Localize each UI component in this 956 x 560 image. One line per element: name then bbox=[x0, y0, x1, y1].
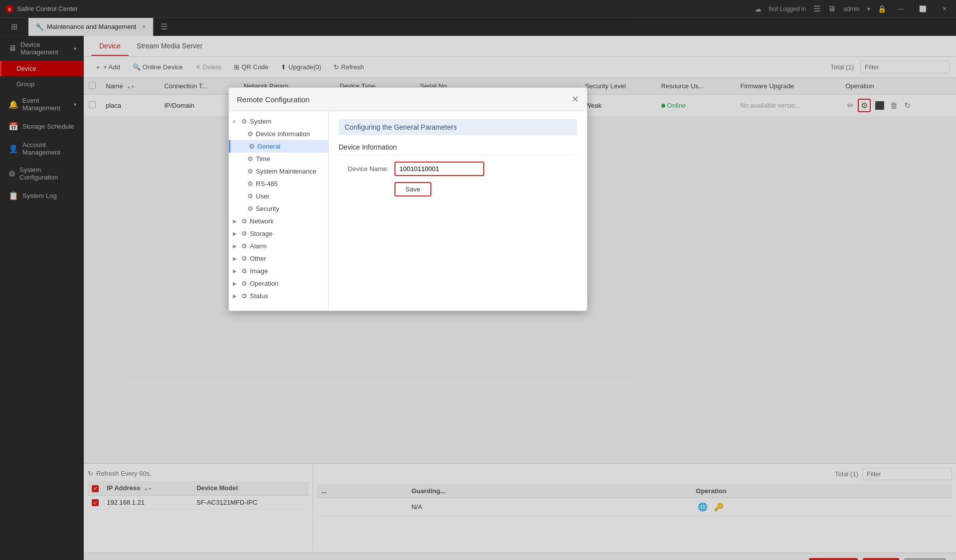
sidebar-label-group: Group bbox=[16, 80, 34, 88]
refresh-info: ↻ Refresh Every 60s. bbox=[88, 468, 309, 481]
event-management-icon: 🔔 bbox=[8, 100, 18, 109]
filter-input[interactable] bbox=[860, 61, 950, 73]
time-icon: ⚙ bbox=[247, 155, 253, 163]
delete-icon: ✕ bbox=[195, 63, 201, 71]
sidebar-toggle-icon[interactable]: ☰ bbox=[159, 20, 170, 33]
btcol-ip[interactable]: IP Address ▲▼ bbox=[103, 481, 192, 495]
sidebar-item-system-configuration[interactable]: ⚙ System Configuration bbox=[0, 161, 83, 186]
qr-label: QR Code bbox=[241, 63, 268, 71]
sidebar-item-system-log[interactable]: 📋 System Log bbox=[0, 186, 83, 205]
tree-alarm[interactable]: ▶ ⚙ Alarm bbox=[229, 240, 328, 252]
upgrade-button[interactable]: ⬆ Upgrade(0) bbox=[276, 61, 326, 73]
lock-icon[interactable]: 🔒 bbox=[878, 5, 886, 13]
qr-code-button[interactable]: ⊞ QR Code bbox=[229, 61, 273, 73]
maximize-btn[interactable]: ⬜ bbox=[915, 4, 931, 13]
tree-general[interactable]: ⚙ General bbox=[229, 140, 328, 153]
tree-security[interactable]: ⚙ Security bbox=[229, 202, 328, 215]
add-label: + Add bbox=[103, 63, 120, 71]
tab-close-icon[interactable]: ✕ bbox=[142, 23, 146, 30]
col-firmware[interactable]: Firmware Upgrade bbox=[735, 78, 840, 95]
window-close-btn[interactable]: ✕ bbox=[938, 4, 951, 13]
image-expand-icon: ▶ bbox=[233, 268, 239, 274]
col-resource[interactable]: Resource Us... bbox=[656, 78, 736, 95]
save-button[interactable]: Save bbox=[394, 182, 431, 196]
minimize-btn[interactable]: — bbox=[894, 4, 908, 13]
tree-device-information[interactable]: ⚙ Device Information bbox=[229, 128, 328, 140]
header-checkbox[interactable] bbox=[89, 82, 96, 89]
tree-general-label: General bbox=[257, 143, 280, 150]
sync-icon-btn[interactable]: ↻ bbox=[902, 100, 913, 111]
col-name[interactable]: Name ▲▼ bbox=[101, 78, 159, 95]
system-log-icon: 📋 bbox=[8, 191, 18, 200]
footer-add-button[interactable]: Add bbox=[863, 558, 899, 560]
bt-header-checkbox[interactable]: ✓ bbox=[92, 485, 99, 492]
general-icon: ⚙ bbox=[249, 143, 255, 150]
tree-storage[interactable]: ▶ ⚙ Storage bbox=[229, 227, 328, 240]
user-label[interactable]: admin bbox=[843, 5, 860, 12]
tree-network-label: Network bbox=[250, 217, 274, 225]
col-connection[interactable]: Connection T... bbox=[159, 78, 239, 95]
bottom-left-panel: ↻ Refresh Every 60s. ✓ IP Address ▲▼ Dev… bbox=[84, 464, 313, 553]
delete-icon-btn[interactable]: 🗑 bbox=[888, 100, 900, 111]
tree-network[interactable]: ▶ ⚙ Network bbox=[229, 215, 328, 227]
tree-time[interactable]: ⚙ Time bbox=[229, 153, 328, 165]
tree-time-label: Time bbox=[256, 155, 270, 163]
tab-stream-media-server[interactable]: Stream Media Server bbox=[129, 37, 210, 56]
tree-rs485[interactable]: ⚙ RS-485 bbox=[229, 178, 328, 190]
total-count: Total (1) bbox=[830, 63, 854, 71]
br-filter-input[interactable] bbox=[862, 468, 952, 480]
sidebar-item-group[interactable]: Group bbox=[0, 76, 83, 92]
col-operation: Operation bbox=[840, 78, 956, 95]
tree-system[interactable]: ▾ ⚙ System bbox=[229, 115, 328, 128]
app-logo-icon: S bbox=[5, 4, 14, 13]
footer-close-button[interactable]: Close bbox=[904, 558, 946, 560]
tree-device-info-label: Device Information bbox=[256, 130, 310, 138]
tree-status[interactable]: ▶ ⚙ Status bbox=[229, 290, 328, 302]
sidebar-item-storage-schedule[interactable]: 📅 Storage Schedule bbox=[0, 117, 83, 136]
operation-icon: ⚙ bbox=[241, 280, 247, 287]
row-checkbox[interactable] bbox=[89, 101, 96, 108]
online-status: Online bbox=[661, 102, 731, 109]
tree-system-maintenance[interactable]: ⚙ System Maintenance bbox=[229, 165, 328, 178]
col-security[interactable]: Security Level bbox=[580, 78, 656, 95]
device-name-input[interactable] bbox=[394, 162, 484, 176]
refresh-button[interactable]: ↻ Refresh bbox=[329, 61, 369, 73]
tree-other[interactable]: ▶ ⚙ Other bbox=[229, 252, 328, 265]
tab-device[interactable]: Device bbox=[91, 37, 129, 56]
add-button[interactable]: ＋ + Add bbox=[90, 61, 125, 74]
activate-button[interactable]: Activate bbox=[809, 558, 858, 560]
edit-icon-btn[interactable]: ✏ bbox=[845, 100, 856, 111]
tab-maintenance[interactable]: 🔧 Maintenance and Management ✕ bbox=[28, 18, 154, 36]
globe-icon-btn[interactable]: 🌐 bbox=[696, 501, 710, 513]
online-device-button[interactable]: 🔍 Online Device bbox=[128, 61, 188, 73]
bottom-table-row: ✓ 192.168.1.21 SF-AC3121MFD-IPC bbox=[88, 495, 309, 510]
footer: Activate Add Close bbox=[84, 553, 956, 560]
tree-operation[interactable]: ▶ ⚙ Operation bbox=[229, 277, 328, 290]
chevron-down-icon[interactable]: ▾ bbox=[867, 5, 870, 12]
tree-user[interactable]: ⚙ User bbox=[229, 190, 328, 202]
device-info-icon: ⚙ bbox=[247, 130, 253, 138]
settings-icon-btn[interactable]: ⚙ bbox=[858, 99, 871, 112]
row-checkbox-cell bbox=[84, 95, 101, 117]
sidebar-item-account-management[interactable]: 👤 Account Management bbox=[0, 136, 83, 161]
sidebar-item-device-management[interactable]: 🖥 Device Management ▾ bbox=[0, 36, 83, 61]
key-icon-btn[interactable]: 🔑 bbox=[712, 501, 726, 513]
export-icon-btn[interactable]: ⬛ bbox=[873, 100, 887, 111]
app-icons: ⊞ bbox=[4, 20, 24, 33]
tree-storage-label: Storage bbox=[250, 230, 273, 237]
storage-icon: ⚙ bbox=[241, 230, 247, 237]
btrow-checkbox[interactable]: ✓ bbox=[92, 499, 99, 506]
tree-image[interactable]: ▶ ⚙ Image bbox=[229, 265, 328, 277]
sidebar-item-event-management[interactable]: 🔔 Event Management ▾ bbox=[0, 92, 83, 117]
refresh-info-icon: ↻ bbox=[88, 470, 93, 477]
delete-button[interactable]: ✕ Delete bbox=[191, 61, 227, 73]
sidebar-item-device[interactable]: Device bbox=[0, 61, 83, 76]
monitor-icon[interactable]: 🖥 bbox=[828, 4, 836, 13]
security-icon: ⚙ bbox=[247, 205, 253, 212]
btcol-model[interactable]: Device Model bbox=[192, 481, 309, 495]
modal-close-button[interactable]: ✕ bbox=[572, 94, 579, 105]
grid-icon[interactable]: ⊞ bbox=[9, 20, 19, 33]
menu-icon[interactable]: ☰ bbox=[813, 4, 820, 13]
row-name: placa bbox=[101, 95, 159, 117]
upgrade-label: Upgrade(0) bbox=[288, 63, 321, 71]
